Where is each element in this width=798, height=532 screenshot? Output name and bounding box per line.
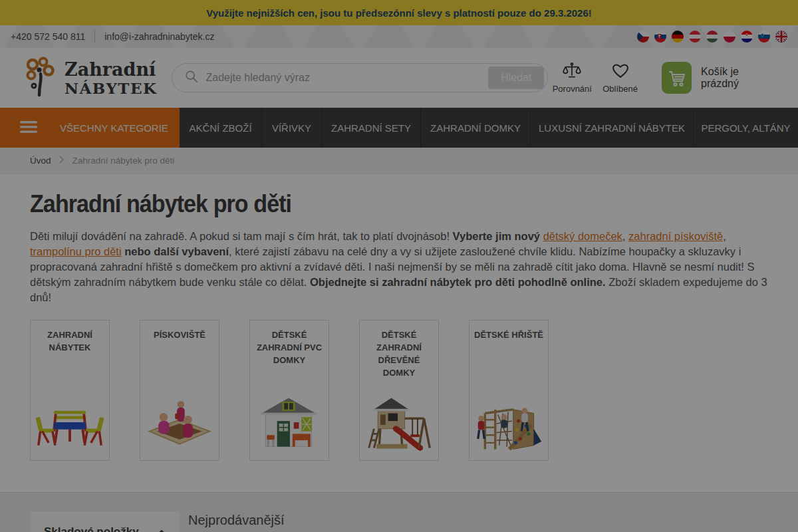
page-title: Zahradní nábytek pro děti [30,190,717,218]
intro-bold: nebo další vybavení [122,245,229,257]
croatian-flag-icon[interactable] [741,31,753,43]
topbar: +420 572 540 811 info@i-zahradninabytek.… [0,25,798,48]
category-title: DĚTSKÉ ZAHRADNÍ DŘEVĚNÉ DOMKY [364,329,434,379]
link-trampolina-pro-deti[interactable]: trampolínu pro děti [30,245,122,257]
nav-item-akcni-zbozi[interactable]: AKČNÍ ZBOŽÍ [180,108,261,148]
category-title: DĚTSKÉ HŘIŠTĚ [474,329,543,341]
czech-flag-icon[interactable] [637,31,649,43]
logo-text: Zahradní NÁBYTEK [65,61,157,96]
intro-text: Děti milují dovádění na zahradě. A pokud… [30,230,453,242]
category-card-piskoviste[interactable]: PÍSKOVIŠTĚ [140,320,219,461]
bestsellers-title: Nejprodávanější [188,513,777,528]
nav-item-pergoly-altany[interactable]: PERGOLY, ALTÁNY [693,108,798,148]
promo-banner: Využijte nejnižších cen, jsou tu předsez… [0,0,798,25]
scales-icon [562,62,582,82]
category-image-pvc-playhouse [254,391,325,455]
phone-link[interactable]: +420 572 540 811 [11,31,85,42]
link-detsky-domecek[interactable]: dětský domeček [543,230,622,242]
contact-info: +420 572 540 811 info@i-zahradninabytek.… [11,31,214,43]
header-actions: Porovnání Oblíbené Košík [548,62,775,94]
language-switcher [637,31,787,43]
nav-all-categories-label: VŠECHNY KATEGORIE [60,122,168,134]
breadcrumb-home[interactable]: Úvod [30,156,51,166]
category-image-sandbox [144,391,215,455]
nav-all-categories[interactable]: VŠECHNY KATEGORIE [0,108,180,148]
logo-line1: Zahradní [65,61,157,78]
search-bar: Hledat [172,63,548,92]
contact-divider [94,31,95,43]
british-flag-icon[interactable] [775,31,787,43]
stock-filter-title: Skladové položky [44,525,139,532]
logo[interactable]: Zahradní NÁBYTEK [23,56,157,100]
intro-bold: Vyberte jim nový [453,230,543,242]
category-cards: ZAHRADNÍ NÁBYTEK [30,320,777,461]
austrian-flag-icon[interactable] [689,31,701,43]
flower-logo-icon [23,56,59,100]
category-image-wooden-playhouse [364,391,434,455]
intro-bold: Objednejte si zahradní nábytek pro děti … [310,276,606,288]
category-card-zahradni-nabytek[interactable]: ZAHRADNÍ NÁBYTEK [30,320,110,461]
search-button[interactable]: Hledat [488,66,544,89]
breadcrumb-current: Zahradní nábytek pro děti [72,156,175,166]
link-zahradni-piskoviste[interactable]: zahradní pískoviště [628,230,723,242]
page: Využijte nejnižších cen, jsou tu předsez… [0,0,798,532]
intro-paragraph: Děti milují dovádění na zahradě. A pokud… [30,229,776,305]
cart[interactable]: Košík je prázdný [662,62,775,94]
stock-filter-box: Skladové položky [31,511,180,532]
polish-flag-icon[interactable] [724,31,735,43]
hamburger-icon [20,121,37,135]
intro-text: , [723,230,726,242]
main-content: Zahradní nábytek pro děti Děti milují do… [0,190,798,461]
hungarian-flag-icon[interactable] [706,31,718,43]
category-image-playground [473,391,544,455]
category-card-detske-hriste[interactable]: DĚTSKÉ HŘIŠTĚ [469,320,549,461]
main-nav: VŠECHNY KATEGORIE AKČNÍ ZBOŽÍ VÍŘIVKY ZA… [0,108,798,148]
category-title: PÍSKOVIŠTĚ [154,329,205,341]
promo-text: Využijte nejnižších cen, jsou tu předsez… [206,7,592,19]
compare-label: Porovnání [553,84,592,94]
slovenian-flag-icon[interactable] [758,31,770,43]
chevron-up-icon[interactable] [157,526,166,532]
category-title: DĚTSKÉ ZAHRADNÍ PVC DOMKY [255,329,324,366]
nav-item-zahradni-domky[interactable]: ZAHRADNÍ DOMKY [420,108,530,148]
bestsellers: Nejprodávanější [188,493,777,532]
nav-item-luxusni-zahradni-nabytek[interactable]: LUXUSNÍ ZAHRADNÍ NÁBYTEK [530,108,693,148]
slovak-flag-icon[interactable] [654,31,666,43]
favorites-label: Oblíbené [602,84,638,94]
nav-item-zahradni-sety[interactable]: ZAHRADNÍ SETY [321,108,420,148]
heart-icon [611,63,630,82]
stock-filter-header[interactable]: Skladové položky [44,525,166,532]
favorites-button[interactable]: Oblíbené [596,63,644,94]
category-card-pvc-domky[interactable]: DĚTSKÉ ZAHRADNÍ PVC DOMKY [249,320,329,461]
breadcrumb: Úvod Zahradní nábytek pro děti [0,148,798,174]
search-icon [184,69,199,86]
nav-item-virivky[interactable]: VÍŘIVKY [261,108,321,148]
cart-button[interactable] [662,62,692,94]
category-image-garden-furniture [35,391,105,455]
category-card-drevene-domky[interactable]: DĚTSKÉ ZAHRADNÍ DŘEVĚNÉ DOMKY [359,320,439,461]
cart-status-label: Košík je prázdný [701,66,775,90]
chevron-right-icon [59,156,65,166]
logo-line2: NÁBYTEK [65,80,157,96]
email-link[interactable]: info@i-zahradninabytek.cz [104,31,214,42]
category-title: ZAHRADNÍ NÁBYTEK [35,329,104,354]
compare-button[interactable]: Porovnání [548,62,596,94]
intro-text: , [622,230,628,242]
bottom-section: Skladové položky Nejprodávanější [0,492,798,532]
german-flag-icon[interactable] [672,31,684,43]
header: Zahradní NÁBYTEK Hledat Porovnání [0,48,798,108]
